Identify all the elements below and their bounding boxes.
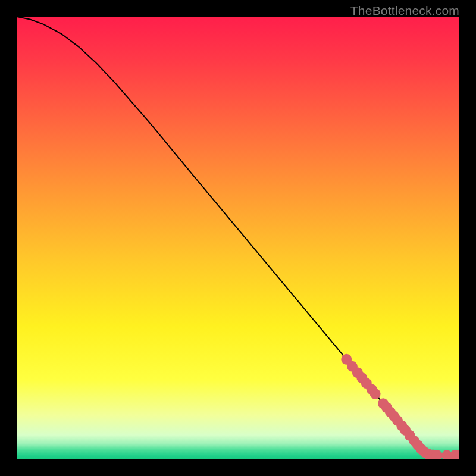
- watermark-text: TheBottleneck.com: [350, 4, 459, 18]
- chart-frame: [17, 17, 459, 459]
- chart-svg: [17, 17, 459, 459]
- marker-dot: [370, 389, 381, 399]
- chart-background: [17, 17, 459, 459]
